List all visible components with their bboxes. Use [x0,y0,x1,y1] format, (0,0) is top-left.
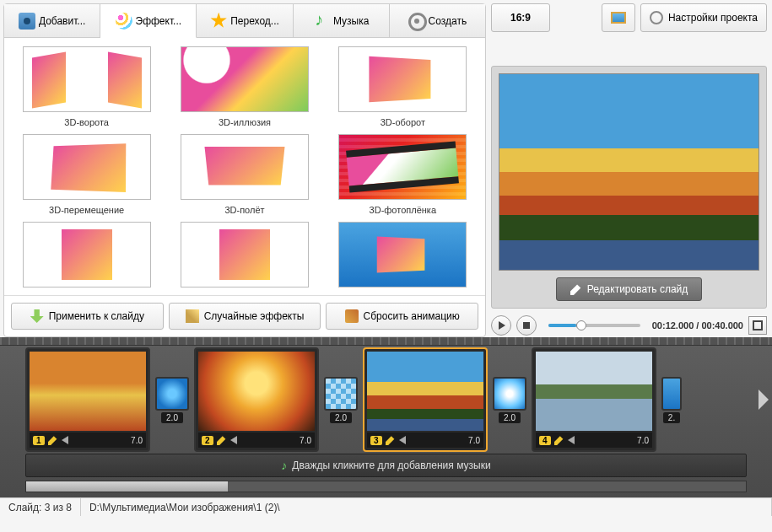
slide-duration: 7.0 [131,436,143,445]
pencil-icon[interactable] [554,435,564,445]
fullscreen-button[interactable] [748,316,767,335]
tab-transitions-label: Переход... [230,15,279,27]
effect-item[interactable]: 3D-оборот [326,46,480,127]
settings-label: Настройки проекта [668,12,758,24]
transition-item[interactable]: 2.0 [324,377,358,423]
tab-transitions[interactable]: Переход... [197,4,293,37]
slide-duration: 7.0 [637,436,649,445]
main-tabs: Добавит... Эффект... Переход... Музыка С… [4,4,485,38]
palette-icon [116,13,132,30]
time-display: 00:12.000 / 00:40.000 [652,320,743,330]
pencil-icon[interactable] [217,435,227,445]
effect-item[interactable] [9,222,164,295]
sound-icon[interactable] [230,436,237,444]
effect-thumb [23,222,151,287]
effect-thumb [338,46,467,112]
transition-item[interactable]: 2.0 [155,377,189,423]
random-label: Случайные эффекты [204,310,305,322]
timeline-slide-selected[interactable]: 3 7.0 [363,347,488,452]
tab-music-label: Музыка [333,15,369,27]
transition-thumb [493,377,526,411]
timeline-slide[interactable]: 1 7.0 [25,347,150,452]
gear-icon [408,13,425,30]
timeline-panel: 1 7.0 2.0 2 7.0 2.0 3 [0,337,772,497]
status-path: D:\Мультимедиа\Мои изображения\1 (2)\ [81,498,772,516]
frame-button[interactable] [602,3,635,32]
effect-thumb [181,222,309,287]
tab-music[interactable]: Музыка [294,4,390,37]
transition-thumb [661,377,682,411]
effect-thumb [181,134,309,200]
apply-button[interactable]: Применить к слайду [11,303,164,330]
transition-item[interactable]: 2.0 [493,377,526,423]
slide-number: 3 [370,436,382,445]
aspect-label: 16:9 [510,12,531,24]
apply-icon [30,309,44,323]
stop-button[interactable] [516,315,537,336]
sound-icon[interactable] [399,436,406,444]
effect-thumb [181,46,309,112]
effect-item[interactable]: 3D-полёт [167,134,321,215]
pencil-icon[interactable] [48,435,58,445]
preview-image [499,73,759,271]
transition-duration: 2.0 [330,412,352,423]
settings-button[interactable]: Настройки проекта [640,3,767,32]
transition-duration: 2.0 [499,412,521,423]
slide-duration: 7.0 [300,436,311,445]
effect-label: 3D-иллюзия [219,117,271,127]
slide-number: 2 [202,436,213,445]
effects-grid[interactable]: 3D-ворота 3D-иллюзия 3D-оборот 3D-переме… [4,38,485,295]
edit-slide-label: Редактировать слайд [587,283,688,295]
timeline-scrollbar[interactable] [25,481,747,492]
music-track[interactable]: Дважды кликните для добавления музыки [25,454,747,477]
effect-label: 3D-оборот [381,117,425,127]
transition-duration: 2.0 [161,412,183,423]
status-slide: Слайд: 3 из 8 [0,498,81,516]
aspect-button[interactable]: 16:9 [491,3,550,32]
tab-effects-label: Эффект... [136,15,182,27]
cog-icon [650,11,663,24]
timeline-slide[interactable]: 4 7.0 [532,347,656,452]
play-icon [499,321,505,330]
tab-create[interactable]: Создать [390,4,485,37]
effect-label: 3D-перемещение [49,205,124,215]
slide-duration: 7.0 [468,436,480,445]
frame-icon [611,12,626,24]
play-button[interactable] [491,315,511,336]
slide-thumb [367,352,483,431]
effect-item[interactable] [326,222,480,295]
tab-add[interactable]: Добавит... [4,4,100,37]
preview-area: Редактировать слайд [491,66,767,309]
tab-effects[interactable]: Эффект... [100,4,197,38]
effect-item[interactable]: 3D-иллюзия [167,46,321,127]
wand-icon [186,309,199,323]
status-bar: Слайд: 3 из 8 D:\Мультимедиа\Мои изображ… [0,497,772,516]
timeline-ruler [0,337,772,346]
reset-button[interactable]: Сбросить анимацию [326,303,478,330]
timeline-scroll-right[interactable] [759,390,769,410]
sound-icon[interactable] [62,436,68,444]
timeline[interactable]: 1 7.0 2.0 2 7.0 2.0 3 [0,346,772,454]
fullscreen-icon [753,320,763,330]
slide-thumb [30,352,146,431]
effect-item[interactable]: 3D-перемещение [9,134,164,215]
timeline-slide[interactable]: 2 7.0 [194,347,319,452]
effects-actions: Применить к слайду Случайные эффекты Сбр… [4,295,485,336]
edit-slide-button[interactable]: Редактировать слайд [556,277,703,301]
slide-thumb [198,352,315,431]
effect-thumb [23,134,151,200]
slide-number: 1 [33,436,45,445]
transition-item[interactable]: 2. [661,377,682,423]
effect-item[interactable]: 3D-ворота [9,46,164,127]
effect-label: 3D-полёт [224,205,264,215]
random-button[interactable]: Случайные эффекты [169,303,321,330]
camera-icon [19,13,35,30]
effect-item[interactable] [167,222,321,295]
effect-label: 3D-ворота [64,117,109,127]
effect-item[interactable]: 3D-фотоплёнка [326,134,480,215]
effects-panel: Добавит... Эффект... Переход... Музыка С… [3,3,486,337]
seek-slider[interactable] [548,324,640,327]
pencil-icon[interactable] [386,435,396,445]
sound-icon[interactable] [568,436,575,444]
music-icon [313,13,330,30]
